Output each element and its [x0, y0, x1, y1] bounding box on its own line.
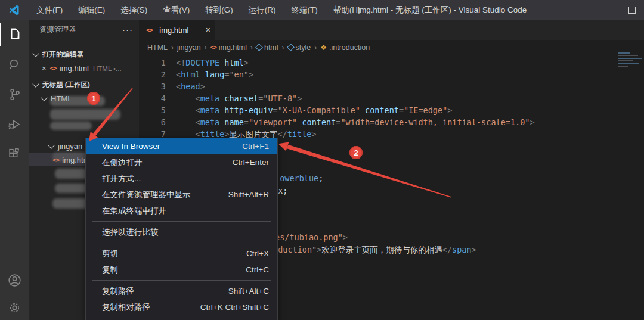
code-token: span [452, 245, 472, 254]
menu-item-label: 复制相对路径 [102, 302, 150, 313]
tab-close-icon[interactable]: × [206, 25, 210, 35]
code-token: <! [176, 58, 185, 67]
code-token: "IE=edge" [404, 105, 447, 115]
breadcrumb-separator: › [250, 44, 253, 52]
code-token: > [530, 117, 534, 127]
breadcrumb-item[interactable]: ❖.introduction [320, 44, 370, 52]
extensions-icon[interactable] [0, 139, 29, 169]
code-token: lowerblue [275, 173, 318, 183]
breadcrumb-item[interactable]: html [256, 44, 278, 52]
menu-item-label: 在集成终端中打开 [102, 206, 166, 216]
context-menu-item[interactable]: 复制Ctrl+C [86, 262, 277, 278]
menu-文件F[interactable]: 文件(F) [29, 0, 70, 20]
context-menu-item[interactable]: 在文件资源管理器中显示Shift+Alt+R [86, 187, 277, 203]
menu-终端T[interactable]: 终端(T) [284, 0, 326, 20]
symbol-class-icon: ❖ [320, 44, 327, 52]
code-token: ; [318, 173, 323, 183]
breadcrumb-item[interactable]: jingyan [177, 44, 201, 52]
workspace-section[interactable]: 无标题 (工作区) [29, 77, 139, 92]
code-token: html [224, 58, 244, 67]
code-token: = [273, 105, 278, 115]
html-file-icon: <> [50, 64, 57, 72]
breadcrumb-item[interactable]: HTML [147, 44, 168, 52]
code-token: "UTF-8" [263, 94, 297, 103]
open-editor-item[interactable]: × <> img.html HTML •... [29, 61, 139, 75]
search-icon[interactable] [0, 49, 29, 79]
code-token: name [224, 117, 244, 127]
menu-item-shortcut: Ctrl+C [246, 265, 269, 274]
code-token: "X-UA-Compatible" [278, 105, 360, 115]
code-text: <meta http-equiv="X-UA-Compatible" conte… [176, 104, 452, 116]
code-token: < [196, 105, 200, 115]
code-area[interactable]: 1<!DOCTYPE html>2<html lang="en">3<head>… [139, 57, 644, 140]
code-token: = [399, 105, 404, 115]
breadcrumb-label: html [264, 44, 278, 52]
menu-separator [92, 221, 271, 222]
code-text: <html lang="en"> [176, 69, 253, 80]
code-text: <meta charset="UTF-8"> [176, 92, 302, 104]
code-token: html [181, 70, 205, 79]
account-icon[interactable] [0, 265, 29, 295]
code-fragment: oduction">欢迎登录主页面，期待与你的相遇</span> [273, 244, 476, 256]
context-menu-item[interactable]: 选择以进行比较 [86, 224, 277, 240]
menu-item-shortcut: Shift+Alt+C [228, 287, 269, 296]
minimap[interactable] [613, 51, 644, 71]
explorer-icon[interactable] [0, 20, 29, 49]
breadcrumb: HTML›jingyan›<>img.html›html›style›❖.int… [139, 40, 644, 55]
vscode-window: 文件(F)编辑(E)选择(S)查看(V)转到(G)运行(R)终端(T)帮助(H)… [0, 0, 644, 320]
menu-选择S[interactable]: 选择(S) [113, 0, 155, 20]
code-token: > [244, 58, 249, 67]
chevron-down-icon [41, 94, 47, 101]
menu-item-label: 在侧边打开 [102, 157, 143, 168]
breadcrumb-item[interactable]: <>img.html [210, 44, 247, 52]
code-line[interactable]: 2<html lang="en"> [139, 69, 644, 80]
code-token: </ [277, 129, 287, 139]
code-token: > [447, 105, 452, 115]
context-menu-item[interactable]: 打开方式... [86, 170, 277, 187]
code-token: "viewport" [249, 117, 297, 127]
code-line[interactable]: 6 <meta name="viewport" content="width=d… [139, 116, 644, 128]
code-token: > [297, 94, 302, 103]
minimize-button[interactable] [600, 10, 608, 11]
open-editors-section[interactable]: 打开的编辑器 [29, 47, 139, 61]
context-menu-item[interactable]: View In BrowserCtrl+F1 [86, 138, 277, 154]
breadcrumb-item[interactable]: style [288, 44, 311, 52]
context-menu-item[interactable]: 剪切Ctrl+X [86, 246, 277, 262]
source-control-icon[interactable] [0, 79, 29, 109]
code-line[interactable]: 5 <meta http-equiv="X-UA-Compatible" con… [139, 104, 644, 116]
menu-item-label: View In Browser [102, 142, 160, 151]
context-menu-item[interactable]: 复制相对路径Ctrl+K Ctrl+Shift+C [86, 299, 277, 315]
menu-转到G[interactable]: 转到(G) [197, 0, 241, 20]
redacted-file [50, 122, 92, 130]
code-token: DOCTYPE [185, 58, 224, 67]
code-fragment: lowerblue; [275, 172, 323, 184]
split-editor-icon[interactable] [626, 26, 634, 33]
line-number: 6 [139, 116, 166, 128]
restore-button[interactable] [628, 7, 636, 14]
code-line[interactable]: 4 <meta charset="UTF-8"> [139, 92, 644, 104]
close-editor-icon[interactable]: × [42, 64, 47, 73]
run-and-debug-icon[interactable] [0, 109, 29, 139]
code-token: meta [200, 94, 225, 103]
more-actions-icon[interactable]: ··· [122, 24, 133, 35]
settings-gear-icon[interactable] [0, 295, 29, 320]
code-token: charset [224, 94, 258, 103]
menu-查看V[interactable]: 查看(V) [155, 0, 197, 20]
symbol-element-icon [255, 44, 263, 51]
menu-item-label: 选择以进行比较 [102, 227, 159, 238]
menu-separator [92, 280, 271, 281]
context-menu-item[interactable]: 复制路径Shift+Alt+C [86, 283, 277, 299]
breadcrumb-label: .introduction [329, 44, 370, 52]
chevron-down-icon [32, 50, 39, 57]
code-line[interactable]: 1<!DOCTYPE html> [139, 57, 644, 69]
context-menu: View In BrowserCtrl+F1在侧边打开Ctrl+Enter打开方… [85, 138, 278, 320]
context-menu-item[interactable]: 在侧边打开Ctrl+Enter [86, 154, 277, 170]
menu-编辑E[interactable]: 编辑(E) [70, 0, 113, 20]
tab-img-html[interactable]: <> img.html × [139, 20, 215, 40]
code-token: content [365, 105, 399, 115]
context-menu-item[interactable]: 在集成终端中打开 [86, 203, 277, 219]
code-token: > [343, 232, 348, 242]
code-line[interactable]: 3<head> [139, 80, 644, 92]
code-token: < [176, 82, 181, 91]
menu-运行R[interactable]: 运行(R) [241, 0, 284, 20]
